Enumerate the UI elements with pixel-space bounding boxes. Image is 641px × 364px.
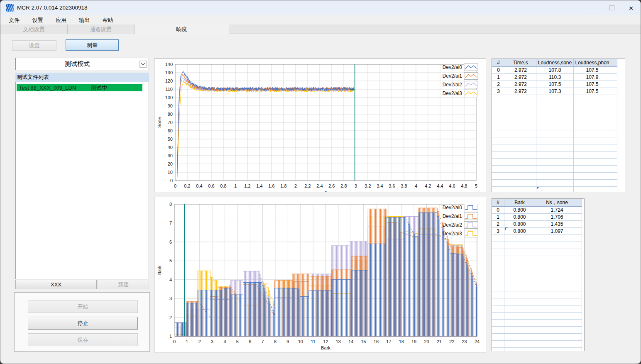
table-row[interactable]: 00.8001.724 [492, 207, 584, 214]
table-cell [535, 270, 579, 277]
table-cell [505, 180, 536, 187]
table-row[interactable]: 32.972107.3107.5 [492, 88, 625, 95]
legend-item[interactable]: Dev2/ai2 [443, 81, 478, 88]
svg-text:15: 15 [361, 339, 366, 344]
start-button[interactable]: 开始 [28, 300, 138, 313]
menu-item-file[interactable]: 文件 [3, 15, 25, 25]
table-row[interactable]: 12.972110.3107.9 [492, 74, 625, 81]
table-cell [505, 130, 536, 137]
table-cell [611, 95, 617, 102]
table-cell [536, 102, 574, 109]
table-cell [536, 166, 574, 173]
table-cell: 2 [492, 81, 505, 88]
close-button[interactable]: × [621, 0, 641, 15]
svg-text:4: 4 [415, 183, 417, 188]
svg-text:0.2: 0.2 [184, 183, 190, 188]
table-cell [579, 327, 582, 334]
table-cell [574, 180, 611, 187]
table-cell [535, 263, 579, 270]
table-cell: 107.8 [536, 67, 574, 74]
legend-item[interactable]: Dev2/ai0 [443, 204, 478, 211]
table-row [492, 298, 584, 305]
tab-loudness[interactable]: 响度 [134, 24, 229, 34]
measure-view-button[interactable]: 测量 [66, 39, 119, 51]
svg-text:90: 90 [168, 103, 173, 108]
menu-item-settings[interactable]: 设置 [27, 15, 48, 25]
settings-view-button[interactable]: 设置 [12, 40, 56, 51]
table-cell: 107.9 [574, 74, 611, 81]
table-cell [579, 249, 582, 256]
legend-item[interactable]: Dev2/ai1 [443, 73, 478, 80]
table-cell [574, 137, 611, 144]
new-button[interactable]: 新建 [98, 280, 149, 289]
svg-text:20: 20 [424, 339, 429, 344]
legend-item[interactable]: Dev2/ai2 [443, 222, 478, 229]
legend-item[interactable]: Dev2/ai3 [443, 230, 478, 237]
menu-item-apply[interactable]: 应用 [50, 15, 72, 25]
table-row[interactable]: 22.972107.5107.5 [492, 81, 625, 88]
tab-channel-settings[interactable]: 通道设置 [68, 24, 134, 34]
stop-button[interactable]: 停止 [28, 317, 138, 330]
svg-text:6: 6 [169, 239, 172, 244]
table-row [492, 277, 584, 284]
table-cell [492, 313, 504, 320]
table-row[interactable]: 20.8001.435 [492, 221, 584, 228]
test-mode-dropdown[interactable]: 测试模式 [15, 58, 149, 70]
table-row [492, 166, 625, 173]
table-row[interactable]: 10.8001.706 [492, 214, 584, 221]
tab-document-settings[interactable]: 文档设置 [0, 24, 68, 34]
maximize-button[interactable] [602, 0, 621, 15]
table-cell [536, 95, 574, 102]
legend-item[interactable]: Dev2/ai1 [443, 213, 478, 220]
table-row[interactable]: 02.972107.8107.5 [492, 67, 625, 74]
table-cell [574, 151, 611, 159]
table-cell [535, 249, 579, 256]
list-item[interactable]: Test 88_XXX_009_LDN 测试中 [17, 84, 142, 91]
app-logo-icon [6, 4, 14, 12]
svg-text:9: 9 [286, 339, 289, 344]
table-cell [504, 291, 535, 298]
table-row [492, 187, 625, 192]
table-cell: 1.706 [535, 214, 579, 221]
table-header-cell [579, 199, 582, 207]
table-row [492, 235, 584, 242]
svg-text:0.8: 0.8 [220, 183, 226, 188]
table-cell [505, 116, 536, 123]
table-cell [492, 180, 505, 187]
xxx-button[interactable]: XXX [15, 280, 97, 289]
minimize-button[interactable] [583, 0, 602, 15]
dropdown-arrow-button[interactable] [139, 61, 147, 68]
svg-text:3: 3 [355, 183, 357, 188]
table-cell [492, 256, 504, 263]
svg-text:2: 2 [294, 183, 297, 188]
table-cell: 0.800 [504, 221, 535, 228]
save-button[interactable]: 保存 [28, 333, 138, 346]
table-cell: 1.097 [535, 228, 579, 235]
table-cell [611, 109, 617, 116]
legend-item[interactable]: Dev2/ai3 [443, 90, 478, 97]
table-cell [492, 348, 504, 351]
menu-item-output[interactable]: 输出 [73, 15, 95, 25]
svg-text:4.2: 4.2 [425, 183, 431, 188]
table-cell [505, 137, 536, 144]
table-cell [535, 277, 579, 284]
specific-loudness-chart[interactable]: 0123456789101112131415161718192021222324… [154, 197, 486, 352]
table-cell [611, 123, 617, 130]
svg-text:0.4: 0.4 [196, 183, 202, 188]
menu-item-help[interactable]: 帮助 [97, 15, 119, 25]
loudness-time-chart[interactable]: 00.20.40.60.811.21.41.61.822.22.42.62.83… [154, 59, 486, 192]
table-header-cell: # [492, 59, 505, 67]
table-cell [504, 313, 535, 320]
svg-text:120: 120 [165, 78, 173, 83]
table-cell [579, 256, 582, 263]
legend-item[interactable]: Dev2/ai0 [443, 64, 478, 71]
table-cell [536, 173, 574, 180]
test-file-list[interactable]: Test 88_XXX_009_LDN 测试中 [15, 82, 149, 279]
table-cell [504, 277, 535, 284]
table-cell [535, 334, 579, 341]
svg-text:s: s [325, 190, 327, 192]
table-cell [492, 249, 504, 256]
svg-text:11: 11 [311, 339, 315, 344]
svg-text:0: 0 [174, 183, 176, 188]
table-cell [579, 207, 582, 214]
